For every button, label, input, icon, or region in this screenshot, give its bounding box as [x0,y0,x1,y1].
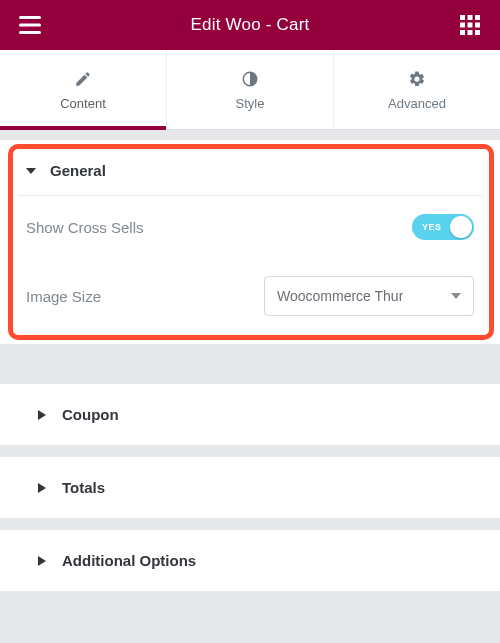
control-image-size: Image Size Woocommerce Thur [0,258,500,344]
svg-rect-1 [19,24,41,27]
svg-rect-2 [19,31,41,34]
section-additional[interactable]: Additional Options [0,530,500,591]
svg-rect-3 [460,15,465,20]
hamburger-icon [19,16,41,34]
svg-rect-0 [19,16,41,19]
svg-rect-10 [467,30,472,35]
editor-panel: Edit Woo - Cart Content Style [0,0,500,643]
panel-general-title: General [50,162,106,179]
control-show-cross-sells: Show Cross Sells YES [0,196,500,258]
panel-general-header[interactable]: General [0,140,500,195]
section-coupon-label: Coupon [62,406,119,423]
show-cross-sells-label: Show Cross Sells [26,219,144,236]
section-coupon[interactable]: Coupon [0,384,500,445]
grid-icon [460,15,480,35]
section-totals-label: Totals [62,479,105,496]
toggle-text: YES [422,222,442,232]
svg-rect-11 [475,30,480,35]
caret-down-icon [451,291,461,301]
image-size-value: Woocommerce Thur [277,288,403,304]
general-highlight-wrap: General Show Cross Sells YES Image Size … [0,140,500,344]
header-bar: Edit Woo - Cart [0,0,500,50]
caret-down-icon [26,166,36,176]
svg-rect-6 [460,23,465,28]
image-size-select[interactable]: Woocommerce Thur [264,276,474,316]
tabs: Content Style Advanced [0,50,500,130]
section-additional-label: Additional Options [62,552,196,569]
tab-content-label: Content [0,96,166,111]
caret-right-icon [38,556,46,566]
caret-right-icon [38,483,46,493]
tab-advanced-label: Advanced [334,96,500,111]
section-totals[interactable]: Totals [0,457,500,518]
contrast-icon [167,70,333,88]
pencil-icon [0,70,166,88]
svg-rect-4 [467,15,472,20]
panel-general: General Show Cross Sells YES Image Size … [0,140,500,344]
gear-icon [334,70,500,88]
panel-list: General Show Cross Sells YES Image Size … [0,130,500,591]
tab-advanced[interactable]: Advanced [334,50,500,129]
apps-button[interactable] [454,9,486,41]
header-title: Edit Woo - Cart [191,15,310,35]
svg-rect-7 [467,23,472,28]
image-size-label: Image Size [26,288,101,305]
menu-button[interactable] [14,9,46,41]
caret-right-icon [38,410,46,420]
toggle-knob [450,216,472,238]
svg-rect-8 [475,23,480,28]
show-cross-sells-toggle[interactable]: YES [412,214,474,240]
tab-style[interactable]: Style [167,50,334,129]
tab-content[interactable]: Content [0,50,167,129]
svg-rect-5 [475,15,480,20]
svg-rect-9 [460,30,465,35]
tab-style-label: Style [167,96,333,111]
